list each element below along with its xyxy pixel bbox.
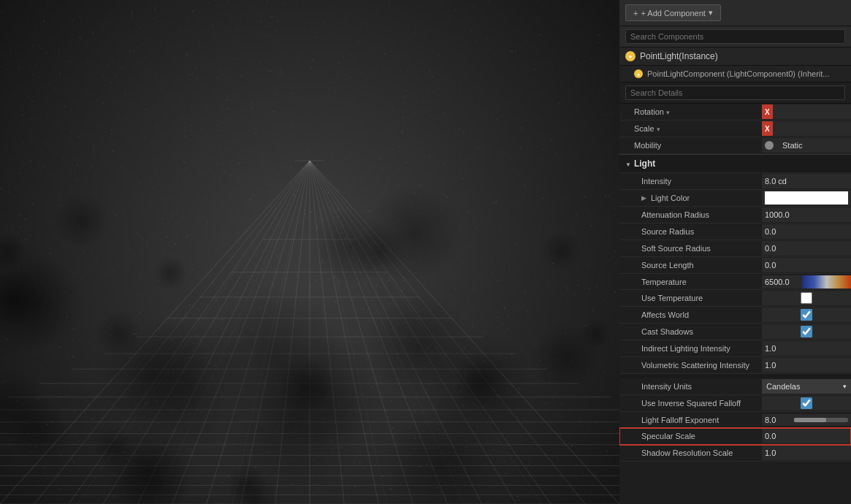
source-length-value[interactable] bbox=[762, 258, 851, 272]
light-color-swatch[interactable] bbox=[765, 191, 848, 205]
soft-source-radius-value[interactable] bbox=[762, 241, 851, 256]
add-component-label: + Add Component bbox=[641, 9, 705, 18]
light-color-expand-icon[interactable]: ▶ bbox=[641, 194, 646, 202]
volumetric-scattering-row: Volumetric Scattering Intensity bbox=[619, 357, 851, 374]
volumetric-scattering-value[interactable] bbox=[762, 358, 851, 373]
sub-component-name: PointLightComponent (LightComponent0) (I… bbox=[647, 69, 829, 78]
mobility-value[interactable]: Static bbox=[762, 138, 851, 153]
shadow-resolution-row: Shadow Resolution Scale bbox=[619, 445, 851, 462]
mobility-static-label: Static bbox=[782, 141, 803, 150]
source-radius-input[interactable] bbox=[765, 227, 848, 236]
use-inverse-squared-checkbox[interactable] bbox=[765, 397, 848, 409]
source-radius-row: Source Radius bbox=[619, 224, 851, 240]
light-color-row: ▶ Light Color bbox=[619, 190, 851, 207]
volumetric-scattering-input[interactable] bbox=[765, 361, 848, 370]
mobility-dot-icon bbox=[765, 141, 774, 150]
soft-source-radius-row: Soft Source Radius bbox=[619, 240, 851, 257]
specular-scale-label: Specular Scale bbox=[619, 430, 762, 442]
light-falloff-row: Light Falloff Exponent 8.0 bbox=[619, 412, 851, 428]
affects-world-row: Affects World bbox=[619, 307, 851, 324]
light-component-icon: ● bbox=[634, 69, 643, 78]
shadow-resolution-label: Shadow Resolution Scale bbox=[619, 447, 762, 459]
indirect-lighting-label: Indirect Lighting Intensity bbox=[619, 343, 762, 354]
soft-source-radius-input[interactable] bbox=[765, 244, 848, 253]
properties-area[interactable]: Rotation ▾ X 0.0 Scale ▾ X 1.0 Mobility bbox=[619, 104, 851, 504]
attenuation-radius-row: Attenuation Radius bbox=[619, 207, 851, 224]
intensity-units-dropdown[interactable]: Candelas ▾ bbox=[762, 379, 851, 394]
source-radius-label: Source Radius bbox=[619, 226, 762, 237]
temperature-value-container[interactable]: 6500.0 bbox=[762, 275, 851, 289]
light-falloff-bar[interactable]: 8.0 bbox=[762, 414, 851, 426]
light-falloff-slider[interactable] bbox=[794, 418, 848, 422]
cast-shadows-row: Cast Shadows bbox=[619, 324, 851, 340]
affects-world-value[interactable] bbox=[762, 308, 851, 322]
shadow-resolution-value[interactable] bbox=[762, 446, 851, 460]
light-section-header[interactable]: Light bbox=[619, 154, 851, 173]
use-inverse-squared-row: Use Inverse Squared Falloff bbox=[619, 395, 851, 412]
attenuation-radius-label: Attenuation Radius bbox=[619, 209, 762, 221]
mobility-row: Mobility Static bbox=[619, 137, 851, 154]
use-temperature-checkbox[interactable] bbox=[765, 292, 848, 304]
use-temperature-label: Use Temperature bbox=[619, 292, 762, 304]
rotation-row: Rotation ▾ X 0.0 bbox=[619, 104, 851, 121]
use-inverse-squared-value[interactable] bbox=[762, 396, 851, 411]
intensity-value[interactable] bbox=[762, 174, 851, 188]
component-name: PointLight(Instance) bbox=[640, 51, 718, 61]
scale-label: Scale ▾ bbox=[619, 123, 762, 134]
attenuation-radius-input[interactable] bbox=[765, 210, 848, 219]
light-falloff-slider-fill bbox=[794, 418, 826, 422]
source-length-input[interactable] bbox=[765, 261, 848, 270]
search-details-bar bbox=[619, 83, 851, 104]
scale-x-value[interactable]: 1.0 bbox=[773, 121, 851, 136]
scale-x-prefix: X bbox=[762, 121, 773, 136]
light-falloff-value: 8.0 bbox=[762, 414, 791, 426]
add-component-bar: + + Add Component ▾ bbox=[619, 0, 851, 26]
viewport[interactable] bbox=[0, 0, 619, 504]
sub-component[interactable]: ● PointLightComponent (LightComponent0) … bbox=[619, 66, 851, 83]
light-color-value[interactable] bbox=[762, 191, 851, 205]
search-components-input[interactable] bbox=[625, 29, 845, 44]
affects-world-checkbox[interactable] bbox=[765, 309, 848, 321]
point-light-icon: ● bbox=[625, 51, 636, 61]
light-color-label: ▶ Light Color bbox=[619, 192, 762, 204]
shadow-resolution-input[interactable] bbox=[765, 448, 848, 457]
use-inverse-squared-label: Use Inverse Squared Falloff bbox=[619, 397, 762, 409]
light-section-label: Light bbox=[634, 159, 655, 169]
mobility-label: Mobility bbox=[619, 140, 762, 151]
source-radius-value[interactable] bbox=[762, 224, 851, 239]
plus-icon: + bbox=[633, 9, 638, 18]
intensity-label: Intensity bbox=[619, 175, 762, 187]
intensity-units-value: Candelas bbox=[766, 382, 800, 391]
specular-scale-input[interactable] bbox=[765, 432, 848, 440]
temperature-label: Temperature bbox=[619, 276, 762, 288]
specular-scale-value[interactable] bbox=[762, 429, 851, 443]
search-components-bar bbox=[619, 26, 851, 47]
cast-shadows-checkbox[interactable] bbox=[765, 326, 848, 337]
attenuation-radius-value[interactable] bbox=[762, 207, 851, 222]
temperature-gradient bbox=[802, 275, 851, 289]
use-temperature-value[interactable] bbox=[762, 291, 851, 305]
temperature-value: 6500.0 bbox=[762, 276, 802, 288]
intensity-row: Intensity bbox=[619, 173, 851, 190]
rotation-x-value[interactable]: 0.0 bbox=[773, 104, 851, 119]
temperature-row: Temperature 6500.0 bbox=[619, 274, 851, 290]
cast-shadows-value[interactable] bbox=[762, 324, 851, 339]
cast-shadows-label: Cast Shadows bbox=[619, 326, 762, 337]
indirect-lighting-row: Indirect Lighting Intensity bbox=[619, 340, 851, 357]
search-details-input[interactable] bbox=[625, 85, 845, 100]
light-falloff-label: Light Falloff Exponent bbox=[619, 414, 762, 426]
volumetric-scattering-label: Volumetric Scattering Intensity bbox=[619, 359, 762, 371]
indirect-lighting-value[interactable] bbox=[762, 341, 851, 356]
intensity-units-label: Intensity Units bbox=[619, 381, 762, 392]
light-section-arrow bbox=[625, 160, 631, 168]
indirect-lighting-input[interactable] bbox=[765, 344, 848, 353]
component-header[interactable]: ● PointLight(Instance) bbox=[619, 47, 851, 66]
intensity-input[interactable] bbox=[765, 177, 848, 186]
add-component-button[interactable]: + + Add Component ▾ bbox=[625, 4, 721, 21]
source-length-row: Source Length bbox=[619, 257, 851, 274]
dropdown-arrow-icon: ▾ bbox=[709, 8, 713, 18]
soft-source-radius-label: Soft Source Radius bbox=[619, 243, 762, 254]
right-panel: + + Add Component ▾ ● PointLight(Instanc… bbox=[619, 0, 851, 504]
use-temperature-row: Use Temperature bbox=[619, 290, 851, 307]
intensity-units-row: Intensity Units Candelas ▾ bbox=[619, 378, 851, 395]
